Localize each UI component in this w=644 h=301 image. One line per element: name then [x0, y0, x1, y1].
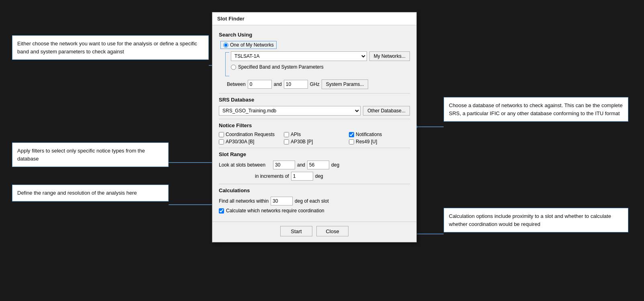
- notice-filters-label: Notice Filters: [219, 122, 410, 128]
- calculations-label: Calculations: [219, 187, 410, 193]
- other-database-button[interactable]: Other Database...: [363, 106, 410, 116]
- slot-range-row2: in increments of deg: [255, 172, 410, 181]
- filter-coordination-label: Coordination Requests: [226, 132, 275, 137]
- close-button[interactable]: Close: [316, 226, 348, 236]
- filter-ap30b: AP30B [P]: [284, 139, 345, 144]
- filter-res49-label: Res49 [U]: [356, 139, 377, 144]
- dialog-body: Search Using One of My Networks TSLSAT-1…: [212, 25, 416, 222]
- search-using-section: One of My Networks TSLSAT-1A My Networks…: [219, 41, 410, 89]
- radio-my-networks-highlight: One of My Networks: [220, 41, 277, 49]
- dialog-title: Slot Finder: [212, 12, 416, 25]
- radio-my-networks-label: One of My Networks: [230, 42, 274, 48]
- increment-input[interactable]: [291, 172, 313, 181]
- slot-deg-label: deg: [331, 162, 339, 168]
- callout-notice-filters: Apply filters to select only specific no…: [12, 142, 169, 167]
- system-params-button[interactable]: System Params...: [322, 79, 369, 89]
- filter-notifications-checkbox[interactable]: [349, 132, 354, 137]
- slot-to-input[interactable]: [307, 161, 329, 169]
- between-label: Between: [227, 81, 246, 87]
- filter-ap30b-label: AP30B [P]: [291, 139, 313, 144]
- callout-network-selection: Either choose the network you want to us…: [12, 35, 209, 60]
- filter-coordination: Coordination Requests: [219, 132, 280, 137]
- radio-my-networks[interactable]: [223, 43, 228, 48]
- notice-filters-grid: Coordination Requests APIs Notifications…: [219, 132, 410, 144]
- slot-finder-dialog: Slot Finder Search Using One of My Netwo…: [212, 12, 417, 242]
- look-at-slots-label: Look at slots between: [219, 162, 271, 168]
- filter-notifications: Notifications: [349, 132, 410, 137]
- band-to-input[interactable]: [284, 80, 308, 89]
- ghz-unit-label: GHz: [310, 81, 320, 87]
- band-from-input[interactable]: [248, 80, 272, 89]
- radio-specified-band-label: Specified Band and System Parameters: [238, 64, 324, 70]
- calc-coordination-checkbox[interactable]: [219, 208, 224, 214]
- callout-calculations: Calculation options include proximity to…: [444, 208, 628, 232]
- slot-from-input[interactable]: [273, 161, 295, 169]
- slot-range-row1: Look at slots between and deg: [219, 161, 410, 169]
- filter-res49: Res49 [U]: [349, 139, 410, 144]
- deg-slot-label: deg of each slot: [295, 198, 329, 204]
- increments-label: in increments of: [255, 173, 289, 179]
- dialog-footer: Start Close: [212, 222, 416, 242]
- calc-coordination-label: Calculate which networks require coordin…: [226, 208, 324, 214]
- filter-res49-checkbox[interactable]: [349, 139, 354, 144]
- calc-find-row: Find all networks within deg of each slo…: [219, 197, 410, 205]
- find-networks-label: Find all networks within: [219, 198, 269, 204]
- calc-check-row: Calculate which networks require coordin…: [219, 208, 410, 214]
- filter-apis: APIs: [284, 132, 345, 137]
- my-networks-button[interactable]: My Networks...: [369, 51, 410, 61]
- search-using-label: Search Using: [219, 32, 410, 38]
- filter-coordination-checkbox[interactable]: [219, 132, 224, 137]
- filter-ap30-label: AP30/30A [B]: [226, 139, 254, 144]
- start-button[interactable]: Start: [280, 226, 312, 236]
- band-range-row: Between and GHz System Params...: [227, 79, 410, 89]
- slot-range-label: Slot Range: [219, 151, 410, 157]
- network-dropdown[interactable]: TSLSAT-1A: [231, 51, 367, 61]
- filter-ap30-checkbox[interactable]: [219, 139, 224, 144]
- filter-apis-label: APIs: [291, 132, 301, 137]
- srs-dropdown[interactable]: SRS_GSO_Training.mdb: [219, 106, 361, 116]
- callout-database: Choose a database of networks to check a…: [444, 97, 628, 122]
- filter-apis-checkbox[interactable]: [284, 132, 289, 137]
- srs-database-label: SRS Database: [219, 97, 410, 103]
- find-within-input[interactable]: [271, 197, 293, 205]
- filter-ap30: AP30/30A [B]: [219, 139, 280, 144]
- slot-and-label: and: [297, 162, 305, 168]
- callout-slot-range: Define the range and resolution of the a…: [12, 185, 169, 201]
- increment-deg-label: deg: [315, 173, 323, 179]
- band-and-label: and: [274, 81, 282, 87]
- radio-specified-band[interactable]: [231, 65, 236, 70]
- filter-ap30b-checkbox[interactable]: [284, 139, 289, 144]
- filter-notifications-label: Notifications: [356, 132, 382, 137]
- srs-row: SRS_GSO_Training.mdb Other Database...: [219, 106, 410, 116]
